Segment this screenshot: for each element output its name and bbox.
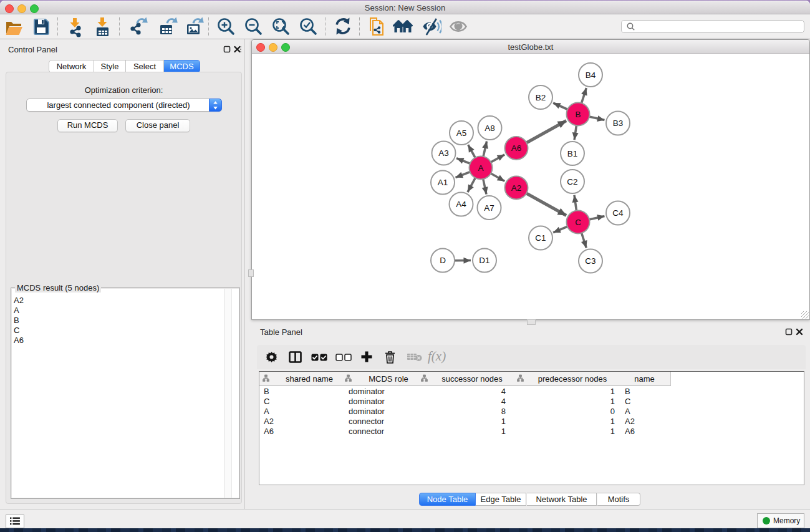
svg-text:A6: A6 [511,143,522,153]
svg-text:A5: A5 [456,128,467,138]
svg-text:A1: A1 [438,178,448,187]
svg-text:C3: C3 [585,256,595,266]
svg-text:C4: C4 [612,208,624,218]
svg-text:B2: B2 [536,93,546,102]
svg-text:A7: A7 [484,203,494,213]
svg-text:B1: B1 [567,149,578,158]
svg-text:D: D [440,256,446,265]
svg-text:A3: A3 [438,148,449,158]
svg-text:C2: C2 [567,177,577,186]
svg-text:B4: B4 [586,70,596,80]
svg-text:D1: D1 [479,256,489,265]
svg-text:A: A [478,163,483,173]
svg-text:A8: A8 [485,123,495,133]
svg-text:A4: A4 [456,200,466,209]
svg-text:C1: C1 [535,233,546,243]
svg-text:C: C [575,218,581,227]
svg-text:B3: B3 [613,118,624,128]
svg-text:A2: A2 [511,183,522,193]
svg-text:B: B [575,110,581,119]
